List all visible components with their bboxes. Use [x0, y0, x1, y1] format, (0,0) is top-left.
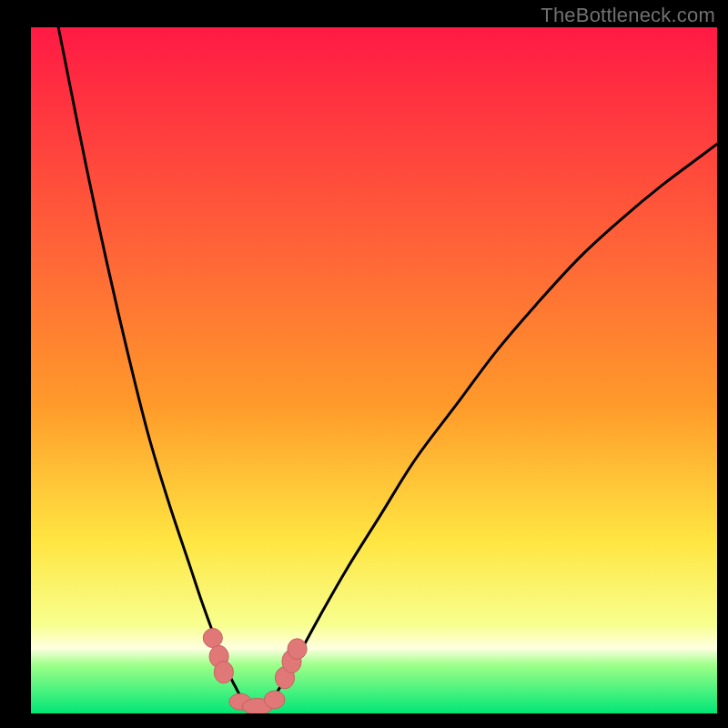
chart-frame: TheBottleneck.com	[0, 0, 728, 728]
marker-point	[203, 629, 222, 648]
chart-plot	[31, 27, 717, 713]
marker-point	[288, 639, 307, 660]
watermark-text: TheBottleneck.com	[541, 4, 715, 27]
marker-point	[214, 662, 233, 683]
plot-background	[31, 27, 717, 713]
chart-svg	[31, 27, 717, 713]
marker-point	[264, 691, 285, 709]
